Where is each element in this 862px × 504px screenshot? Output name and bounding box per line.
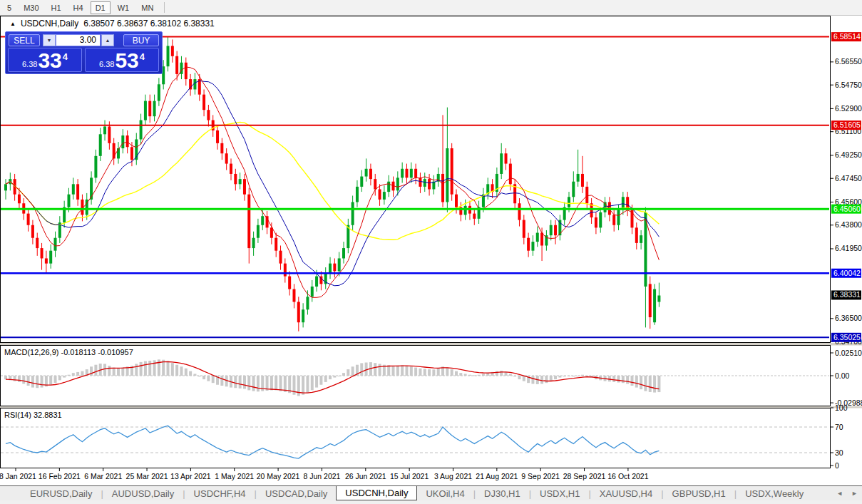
- svg-text:6.51605: 6.51605: [833, 120, 861, 129]
- svg-text:0.025108: 0.025108: [835, 349, 862, 357]
- tab-scroll-arrows: ◄ ►: [836, 486, 858, 500]
- svg-text:0.00: 0.00: [835, 371, 850, 380]
- sell-price-display[interactable]: 6.38 33 4: [8, 48, 82, 72]
- svg-text:6.58514: 6.58514: [833, 32, 861, 41]
- timeframe-button-mn[interactable]: MN: [136, 1, 158, 14]
- svg-text:13 Apr 2021: 13 Apr 2021: [170, 472, 211, 480]
- tab-usdcad-daily[interactable]: USDCAD,Daily: [257, 486, 336, 500]
- svg-text:6.52900: 6.52900: [835, 104, 862, 113]
- tab-dj30-h1[interactable]: DJ30,H1: [476, 486, 529, 500]
- svg-text:6.56550: 6.56550: [835, 57, 862, 66]
- tab-usdchf-h4[interactable]: USDCHF,H4: [185, 486, 255, 500]
- macd-indicator-label: MACD(12,26,9) -0.018113 -0.010957: [4, 348, 133, 356]
- timeframe-button-h1[interactable]: H1: [46, 1, 66, 14]
- svg-text:28 Sep 2021: 28 Sep 2021: [563, 472, 606, 480]
- svg-text:15 Jul 2021: 15 Jul 2021: [390, 472, 429, 480]
- svg-text:6.43800: 6.43800: [835, 220, 862, 229]
- svg-text:6.40042: 6.40042: [833, 269, 861, 277]
- timeframe-button-d1[interactable]: D1: [91, 1, 111, 14]
- chart-canvas[interactable]: 6.565506.547506.529006.511006.492506.474…: [0, 0, 862, 504]
- buy-price-display[interactable]: 6.38 53 4: [85, 48, 159, 72]
- svg-text:6.35025: 6.35025: [833, 333, 861, 341]
- ohlc-values: 6.38507 6.38637 6.38102 6.38331: [83, 19, 215, 29]
- tab-scroll-right-icon[interactable]: ►: [851, 490, 858, 497]
- timeframe-button-5[interactable]: 5: [2, 1, 16, 14]
- svg-text:26 Jun 2021: 26 Jun 2021: [345, 472, 386, 480]
- svg-text:6.47450: 6.47450: [835, 174, 862, 182]
- volume-increase-icon[interactable]: ▲: [101, 34, 114, 46]
- svg-text:28 Jan 2021: 28 Jan 2021: [0, 472, 36, 480]
- svg-text:3 Aug 2021: 3 Aug 2021: [434, 472, 472, 480]
- collapse-triangle-icon[interactable]: ▲: [10, 21, 16, 27]
- svg-text:100: 100: [835, 403, 848, 412]
- svg-text:70: 70: [835, 423, 843, 431]
- svg-text:6.41950: 6.41950: [835, 244, 862, 252]
- rsi-indicator-label: RSI(14) 32.8831: [4, 411, 62, 419]
- tab-eurusd-daily[interactable]: EURUSD,Daily: [21, 486, 101, 500]
- buy-price-sup: 4: [140, 51, 145, 62]
- tab-audusd-daily[interactable]: AUDUSD,Daily: [103, 486, 183, 500]
- tab-ukoil-h4[interactable]: UKOil,H4: [417, 486, 473, 500]
- svg-text:21 Aug 2021: 21 Aug 2021: [476, 472, 518, 480]
- svg-text:9 Sep 2021: 9 Sep 2021: [521, 472, 560, 480]
- timeframe-toolbar: 5M30H1H4D1W1MN: [0, 0, 862, 16]
- sell-price-base: 6.38: [22, 60, 37, 68]
- price-axis: 6.565506.547506.529006.511006.492506.474…: [831, 32, 862, 469]
- panel-divider[interactable]: [0, 343, 862, 346]
- toolbar-separator: [164, 2, 165, 13]
- symbol-label: USDCNH,Daily: [21, 19, 78, 29]
- sell-price-big: 33: [38, 51, 61, 71]
- svg-text:16 Oct 2021: 16 Oct 2021: [607, 472, 648, 480]
- svg-text:6.54750: 6.54750: [835, 81, 862, 89]
- time-axis: 28 Jan 202116 Feb 20216 Mar 202125 Mar 2…: [0, 468, 649, 480]
- tab-usdx-h1[interactable]: USDX,H1: [531, 486, 588, 500]
- svg-text:6.49250: 6.49250: [835, 150, 862, 159]
- svg-text:6.45060: 6.45060: [833, 205, 861, 213]
- tab-xauusd-h4[interactable]: XAUUSD,H4: [591, 486, 661, 500]
- rsi-panel[interactable]: [1, 408, 831, 468]
- mt4-window: 6.565506.547506.529006.511006.492506.474…: [0, 0, 862, 504]
- tab-scroll-left-icon[interactable]: ◄: [836, 490, 843, 497]
- tab-strip: EURUSD,Daily|AUDUSD,Daily|USDCHF,H4|USDC…: [0, 486, 812, 500]
- trade-panel-controls: SELL ▼ 3.00 ▲ BUY: [6, 34, 162, 46]
- volume-input[interactable]: 3.00: [56, 34, 101, 46]
- svg-text:16 Feb 2021: 16 Feb 2021: [39, 472, 81, 480]
- volume-decrease-icon[interactable]: ▼: [43, 34, 56, 46]
- svg-text:6 Mar 2021: 6 Mar 2021: [84, 472, 122, 480]
- one-click-trade-panel: SELL ▼ 3.00 ▲ BUY 6.38 33 4 6.38 53 4: [5, 31, 163, 74]
- buy-price-big: 53: [115, 51, 138, 71]
- sell-button[interactable]: SELL: [9, 34, 40, 46]
- svg-text:20 May 2021: 20 May 2021: [257, 472, 300, 480]
- timeframe-button-m30[interactable]: M30: [19, 1, 43, 14]
- timeframe-button-w1[interactable]: W1: [113, 1, 135, 14]
- tab-usdcnh-daily[interactable]: USDCNH,Daily: [336, 486, 417, 500]
- svg-text:25 Mar 2021: 25 Mar 2021: [126, 472, 168, 480]
- svg-text:6.36500: 6.36500: [835, 314, 862, 322]
- sell-price-sup: 4: [63, 51, 68, 62]
- tab-gbpusd-h1[interactable]: GBPUSD,H1: [664, 486, 734, 500]
- svg-text:0: 0: [835, 461, 839, 470]
- chart-title: ▲ USDCNH,Daily 6.38507 6.38637 6.38102 6…: [10, 19, 215, 29]
- buy-price-base: 6.38: [99, 60, 114, 68]
- svg-text:1 May 2021: 1 May 2021: [215, 472, 254, 480]
- timeframe-button-h4[interactable]: H4: [68, 1, 88, 14]
- svg-text:6.38331: 6.38331: [833, 290, 861, 299]
- tab-usdx-weekly[interactable]: USDX,Weekly: [737, 486, 812, 500]
- buy-button[interactable]: BUY: [123, 34, 159, 46]
- svg-text:30: 30: [835, 448, 843, 457]
- chart-tab-bar: EURUSD,Daily|AUDUSD,Daily|USDCHF,H4|USDC…: [0, 485, 862, 500]
- svg-text:8 Jun 2021: 8 Jun 2021: [303, 472, 340, 480]
